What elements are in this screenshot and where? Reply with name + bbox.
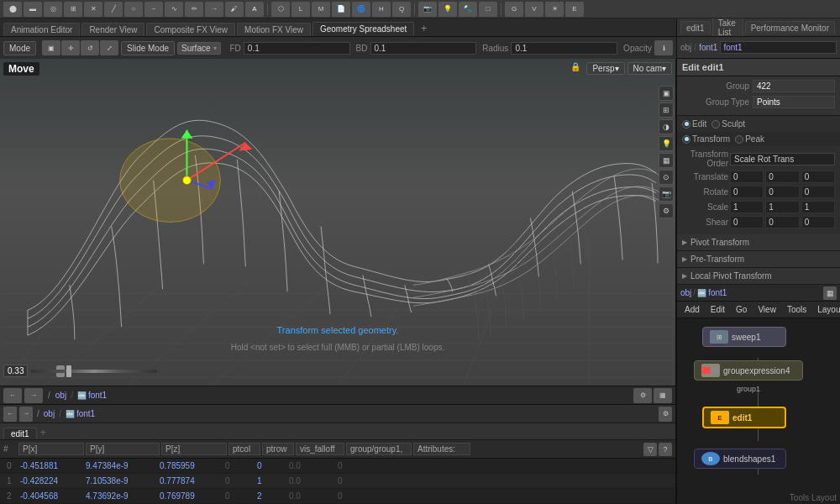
- drawcurve-icon[interactable]: ✏: [185, 2, 203, 17]
- fd-value[interactable]: 0.1: [244, 42, 350, 55]
- col-pz[interactable]: P[z]: [161, 443, 227, 455]
- spotlight-icon[interactable]: 🔦: [459, 2, 477, 17]
- persp-dropdown[interactable]: Persp▾: [586, 62, 624, 75]
- col-attrs[interactable]: Attributes:: [413, 443, 470, 455]
- arealight-icon[interactable]: □: [479, 2, 497, 17]
- sphere-icon[interactable]: ⬤: [3, 2, 22, 17]
- tab-edit1[interactable]: edit1: [680, 21, 711, 34]
- nn-layout-btn[interactable]: Layout: [813, 305, 840, 314]
- net-obj-link[interactable]: obj: [680, 288, 691, 297]
- scale-x[interactable]: 1: [730, 201, 764, 213]
- volumelight-icon[interactable]: V: [525, 2, 543, 17]
- peak-radio[interactable]: Peak: [735, 134, 764, 144]
- shear-1[interactable]: 0: [730, 216, 764, 228]
- vp-layout-btn[interactable]: ▦: [654, 388, 672, 403]
- nocam-dropdown[interactable]: No cam▾: [627, 62, 672, 75]
- tab-add-button[interactable]: +: [416, 21, 432, 36]
- curve-icon[interactable]: ~: [144, 2, 163, 17]
- pointlight-icon[interactable]: 💡: [438, 2, 457, 17]
- vp-light-btn[interactable]: 💡: [659, 136, 674, 151]
- vp-snap-btn[interactable]: ⊙: [659, 170, 674, 185]
- rotate-x[interactable]: 0: [730, 186, 764, 198]
- table-row[interactable]: 2-0.4045684.73692e-90.769789020.00: [0, 489, 675, 504]
- vp-bg-btn[interactable]: ▦: [659, 153, 674, 168]
- tube-icon[interactable]: ▬: [24, 2, 42, 17]
- bezier-icon[interactable]: ∿: [165, 2, 183, 17]
- col-visfalloff[interactable]: vis_falloff: [296, 443, 344, 455]
- scale-mode-icon[interactable]: ⤢: [100, 40, 118, 55]
- vp-shading-btn[interactable]: ◑: [659, 119, 674, 134]
- tab-renderview[interactable]: Render View: [81, 23, 144, 36]
- envlight-icon[interactable]: E: [565, 2, 584, 17]
- surface-dropdown[interactable]: Surface ▾: [177, 42, 220, 55]
- translate-y[interactable]: 0: [765, 171, 799, 183]
- font-icon[interactable]: A: [245, 2, 264, 17]
- vp-select-btn[interactable]: ▣: [659, 86, 674, 101]
- quickshapes-icon[interactable]: Q: [392, 2, 411, 17]
- sp-settings-btn[interactable]: ⚙: [659, 407, 672, 422]
- torus-icon[interactable]: ◎: [44, 2, 62, 17]
- null-icon[interactable]: ✕: [84, 2, 102, 17]
- metaball-icon[interactable]: M: [312, 2, 330, 17]
- vp-wireframe-btn[interactable]: ⊞: [659, 102, 674, 118]
- nn-view-btn[interactable]: View: [753, 305, 780, 314]
- vp-snap-settings[interactable]: ⚙: [633, 388, 652, 403]
- spraypaint-icon[interactable]: 🖌: [225, 2, 244, 17]
- shear-3[interactable]: 0: [801, 216, 835, 228]
- transform-order-value[interactable]: Scale Rot Trans: [730, 153, 835, 165]
- tab-perfmonitor[interactable]: Performance Monitor: [745, 21, 835, 34]
- grouptype-value[interactable]: Points: [753, 96, 835, 108]
- tab-animeditor[interactable]: Animation Editor: [3, 23, 80, 36]
- pre-transform-header[interactable]: ▶ Pre-Transform: [677, 251, 840, 268]
- col-ptrow[interactable]: ptrow: [262, 443, 294, 455]
- right-search-input[interactable]: [720, 41, 837, 54]
- transform-radio[interactable]: Transform: [682, 134, 730, 144]
- sp-fwd-btn[interactable]: →: [19, 407, 33, 422]
- col-ptcol[interactable]: ptcol: [228, 443, 260, 455]
- rotate-y[interactable]: 0: [765, 186, 799, 198]
- transform-mode-icon[interactable]: ✛: [61, 40, 80, 55]
- sp-tab-add[interactable]: +: [37, 426, 50, 439]
- col-px[interactable]: P[x]: [18, 443, 84, 455]
- select-icon[interactable]: ▣: [42, 40, 60, 55]
- platonic-icon[interactable]: ⬡: [271, 2, 290, 17]
- rotate-mode-icon[interactable]: ↺: [81, 40, 99, 55]
- sp-filter-btn[interactable]: ▽: [643, 443, 657, 456]
- tab-motionfx[interactable]: Motion FX View: [237, 23, 311, 36]
- circle-icon[interactable]: ○: [124, 2, 143, 17]
- tab-compositefx[interactable]: Composite FX View: [146, 23, 235, 36]
- distantlight-icon[interactable]: ☀: [545, 2, 564, 17]
- col-py[interactable]: P[y]: [86, 443, 160, 455]
- line-icon[interactable]: ╱: [104, 2, 123, 17]
- tab-takelist[interactable]: Take List: [712, 18, 743, 37]
- slide-mode-button[interactable]: Slide Mode: [121, 41, 175, 55]
- scale-z[interactable]: 1: [801, 201, 835, 213]
- viewport-3d[interactable]: Move 🔒 Persp▾ No cam▾ ▣ ⊞ ◑ 💡 ▦ ⊙ 📷 ⚙ Tr…: [0, 59, 675, 386]
- radius-value[interactable]: 0.1: [511, 42, 617, 55]
- helix-icon[interactable]: H: [372, 2, 391, 17]
- shear-2[interactable]: 0: [765, 216, 799, 228]
- node-edit1[interactable]: E edit1: [702, 407, 786, 428]
- info-icon[interactable]: ℹ: [654, 40, 673, 55]
- vp-font1-link[interactable]: 🔤 font1: [77, 391, 107, 400]
- tab-geospreadsheet[interactable]: Geometry Spreadsheet: [312, 22, 414, 36]
- group-value[interactable]: 422: [753, 80, 835, 92]
- rotate-z[interactable]: 0: [801, 186, 835, 198]
- lsystem-icon[interactable]: L: [291, 2, 310, 17]
- sp-font1-link[interactable]: 🔤 font1: [66, 409, 95, 418]
- right-font1-label[interactable]: font1: [699, 43, 717, 52]
- sp-help-btn[interactable]: ?: [659, 443, 672, 456]
- edit-radio[interactable]: Edit: [682, 119, 706, 129]
- geometrylight-icon[interactable]: G: [505, 2, 523, 17]
- nn-add-btn[interactable]: Add: [680, 305, 704, 314]
- sp-obj-link[interactable]: obj: [44, 409, 55, 418]
- translate-z[interactable]: 0: [801, 171, 835, 183]
- nn-tools-btn[interactable]: Tools: [783, 305, 811, 314]
- table-row[interactable]: 1-0.4282247.10538e-90.777874010.00: [0, 474, 675, 489]
- sp-back-btn[interactable]: ←: [3, 407, 17, 422]
- bd-value[interactable]: 0.1: [370, 42, 477, 55]
- vp-obj-link[interactable]: obj: [55, 391, 66, 400]
- spiral-icon[interactable]: 🌀: [352, 2, 370, 17]
- nn-edit-btn[interactable]: Edit: [706, 305, 729, 314]
- vp-settings-btn[interactable]: ⚙: [659, 203, 674, 218]
